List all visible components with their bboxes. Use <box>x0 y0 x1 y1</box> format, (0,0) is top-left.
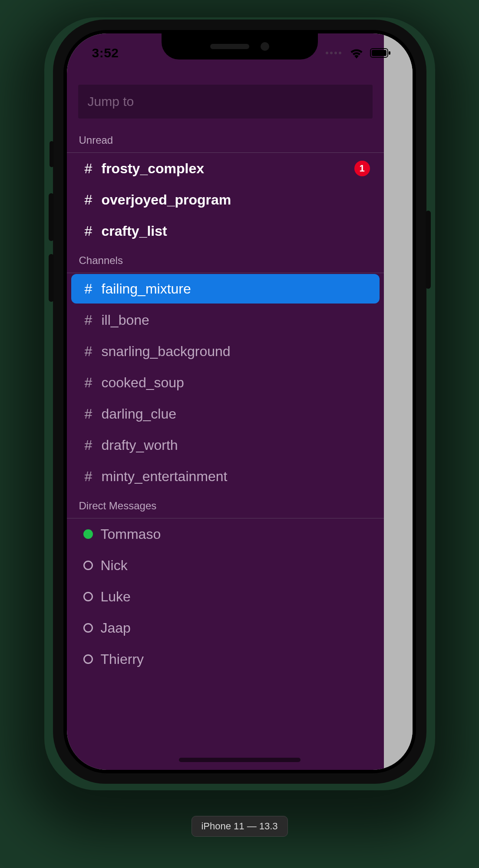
dm-label: Tommaso <box>101 526 161 542</box>
presence-offline-icon <box>83 654 93 664</box>
channel-label: darling_clue <box>102 406 177 422</box>
jump-to-input[interactable]: Jump to <box>78 85 373 119</box>
channel-label: overjoyed_program <box>102 192 231 208</box>
channel-crafty-list[interactable]: # crafty_list <box>71 216 380 246</box>
dm-label: Luke <box>101 589 131 605</box>
channel-minty-entertainment[interactable]: # minty_entertainment <box>71 462 380 491</box>
device-label-chip: iPhone 11 — 13.3 <box>191 816 287 837</box>
hash-icon: # <box>83 375 94 391</box>
channel-label: drafty_worth <box>102 437 178 453</box>
svg-rect-2 <box>389 51 390 55</box>
status-time: 3:52 <box>86 46 119 60</box>
section-header-channels: Channels <box>67 247 384 273</box>
device-frame: Jump to Unread # frosty_complex 1 # <box>53 20 426 784</box>
dm-label: Jaap <box>101 620 131 636</box>
section-header-dms: Direct Messages <box>67 492 384 518</box>
hash-icon: # <box>83 406 94 422</box>
dm-jaap[interactable]: Jaap <box>71 613 380 643</box>
front-camera-icon <box>261 42 269 51</box>
hash-icon: # <box>83 192 94 208</box>
hash-icon: # <box>83 281 94 297</box>
hash-icon: # <box>83 161 94 177</box>
dm-luke[interactable]: Luke <box>71 582 380 611</box>
wifi-icon <box>349 47 364 59</box>
power-button[interactable] <box>426 211 431 289</box>
battery-icon <box>370 48 391 58</box>
hash-icon: # <box>83 343 94 360</box>
channel-drafty-worth[interactable]: # drafty_worth <box>71 430 380 460</box>
channels-list: # failing_mixture # ill_bone # snarling_… <box>67 273 384 492</box>
channel-failing-mixture[interactable]: # failing_mixture <box>71 274 380 304</box>
channel-label: minty_entertainment <box>102 469 228 485</box>
section-header-unread: Unread <box>67 126 384 153</box>
presence-offline-icon <box>83 592 93 601</box>
cellular-dots-icon <box>326 52 341 54</box>
mute-switch[interactable] <box>50 141 54 167</box>
hash-icon: # <box>83 469 94 485</box>
channel-overjoyed-program[interactable]: # overjoyed_program <box>71 185 380 215</box>
channel-label: frosty_complex <box>102 161 205 177</box>
dm-thierry[interactable]: Thierry <box>71 644 380 674</box>
dm-label: Nick <box>101 558 128 574</box>
unread-badge: 1 <box>354 161 370 176</box>
channel-cooked-soup[interactable]: # cooked_soup <box>71 368 380 397</box>
presence-online-icon <box>83 529 93 539</box>
dm-tommaso[interactable]: Tommaso <box>71 519 380 549</box>
unread-list: # frosty_complex 1 # overjoyed_program #… <box>67 153 384 247</box>
channel-label: failing_mixture <box>102 281 191 297</box>
svg-rect-1 <box>372 50 387 56</box>
channel-frosty-complex[interactable]: # frosty_complex 1 <box>71 154 380 183</box>
dm-nick[interactable]: Nick <box>71 551 380 580</box>
volume-up-button[interactable] <box>49 193 54 241</box>
main-content-pane[interactable] <box>384 33 413 770</box>
channel-label: ill_bone <box>102 312 149 328</box>
hash-icon: # <box>83 312 94 328</box>
channel-label: snarling_background <box>102 343 231 360</box>
dm-label: Thierry <box>101 651 144 667</box>
channel-label: cooked_soup <box>102 375 184 391</box>
channel-darling-clue[interactable]: # darling_clue <box>71 399 380 429</box>
channel-ill-bone[interactable]: # ill_bone <box>71 305 380 335</box>
channel-label: crafty_list <box>102 223 167 239</box>
jump-to-placeholder: Jump to <box>88 94 134 109</box>
speaker-icon <box>210 44 249 49</box>
workspace-sidebar: Jump to Unread # frosty_complex 1 # <box>67 33 384 770</box>
home-indicator[interactable] <box>179 758 301 762</box>
dm-list: Tommaso Nick Luke <box>67 518 384 675</box>
screen: Jump to Unread # frosty_complex 1 # <box>67 33 413 770</box>
volume-down-button[interactable] <box>49 254 54 302</box>
hash-icon: # <box>83 437 94 453</box>
hash-icon: # <box>83 223 94 239</box>
presence-offline-icon <box>83 561 93 570</box>
presence-offline-icon <box>83 623 93 633</box>
channel-snarling-background[interactable]: # snarling_background <box>71 337 380 366</box>
device-notch <box>162 33 318 59</box>
